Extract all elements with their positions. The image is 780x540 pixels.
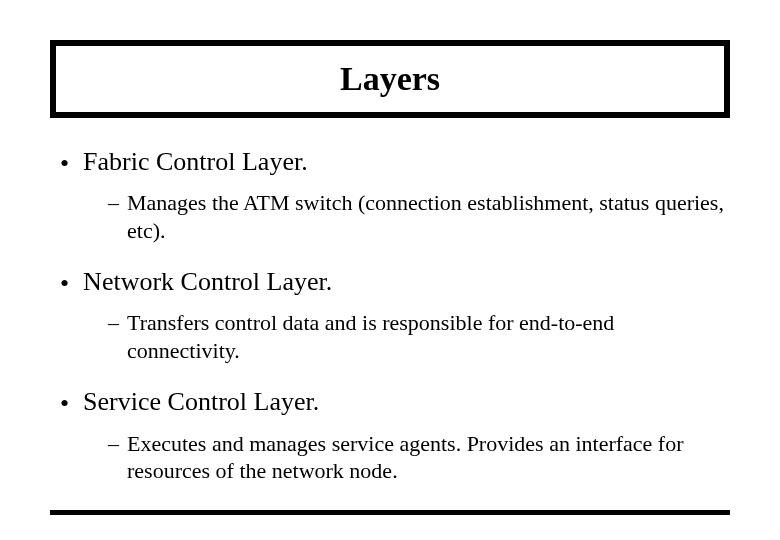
dash-icon: – [108,430,119,458]
bullet-dot-icon: • [60,146,69,179]
bullet-text: Service Control Layer. [83,386,319,417]
sub-item: – Executes and manages service agents. P… [60,430,730,485]
bullet-text: Fabric Control Layer. [83,146,308,177]
bullet-dot-icon: • [60,386,69,419]
dash-icon: – [108,189,119,217]
bullet-dot-icon: • [60,266,69,299]
bullet-item: • Fabric Control Layer. [60,146,730,179]
sub-item: – Transfers control data and is responsi… [60,309,730,364]
footer-divider [50,510,730,515]
sub-item: – Manages the ATM switch (connection est… [60,189,730,244]
slide-title: Layers [56,60,724,98]
bullet-item: • Network Control Layer. [60,266,730,299]
sub-text: Executes and manages service agents. Pro… [127,430,727,485]
sub-text: Manages the ATM switch (connection estab… [127,189,727,244]
dash-icon: – [108,309,119,337]
slide-content: • Fabric Control Layer. – Manages the AT… [50,146,730,485]
title-box: Layers [50,40,730,118]
bullet-text: Network Control Layer. [83,266,332,297]
sub-text: Transfers control data and is responsibl… [127,309,727,364]
bullet-item: • Service Control Layer. [60,386,730,419]
